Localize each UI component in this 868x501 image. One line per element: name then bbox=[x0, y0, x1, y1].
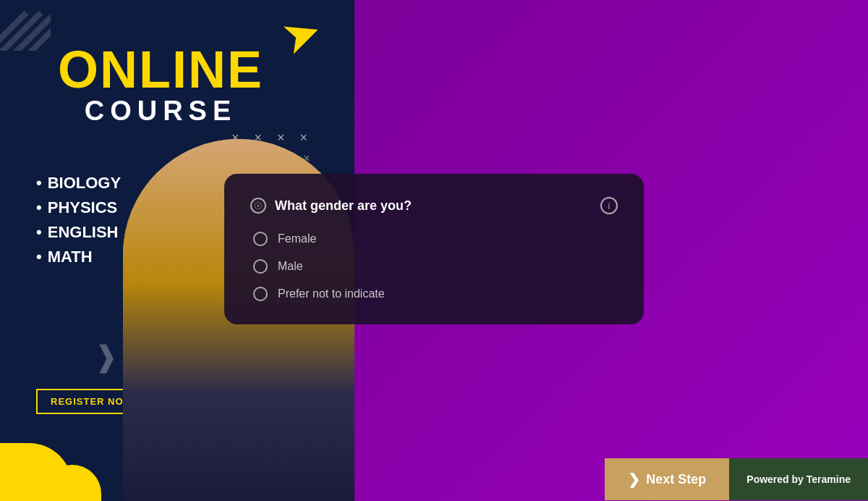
info-icon[interactable]: i bbox=[600, 197, 618, 214]
radio-female-circle bbox=[253, 232, 268, 246]
powered-by-prefix: Powered by bbox=[746, 473, 804, 485]
subject-math: MATH bbox=[36, 248, 121, 266]
question-radio-icon: ☉ bbox=[250, 198, 266, 214]
option-male[interactable]: Male bbox=[253, 259, 618, 274]
subject-english: ENGLISH bbox=[36, 223, 121, 242]
option-female[interactable]: Female bbox=[253, 232, 618, 246]
next-step-label: Next Step bbox=[646, 472, 706, 487]
yellow-arrow-decoration: ➤ bbox=[274, 2, 329, 66]
radio-prefer-circle bbox=[253, 287, 268, 301]
subject-biology: BIOLOGY bbox=[36, 174, 121, 193]
bottom-bar: ❯ Next Step Powered by Teramine bbox=[0, 458, 868, 501]
question-text: What gender are you? bbox=[275, 198, 412, 214]
online-label: ONLINE bbox=[58, 43, 263, 96]
course-title-block: ONLINE COURSE bbox=[58, 43, 263, 127]
next-step-button[interactable]: ❯ Next Step bbox=[605, 458, 729, 500]
powered-by-brand: Teramine bbox=[807, 473, 851, 485]
option-female-label: Female bbox=[278, 232, 316, 245]
option-male-label: Male bbox=[278, 260, 303, 273]
stripes-decoration bbox=[0, 0, 51, 51]
radio-male-circle bbox=[253, 259, 268, 274]
question-title-row: ☉ What gender are you? bbox=[250, 198, 412, 214]
question-header: ☉ What gender are you? i bbox=[250, 197, 618, 214]
option-prefer-label: Prefer not to indicate bbox=[278, 287, 385, 300]
next-step-arrow: ❯ bbox=[628, 471, 640, 488]
option-prefer-not[interactable]: Prefer not to indicate bbox=[253, 287, 618, 301]
subject-physics: PHYSICS bbox=[36, 198, 121, 217]
radio-options: Female Male Prefer not to indicate bbox=[250, 232, 618, 301]
subjects-list: BIOLOGY PHYSICS ENGLISH MATH bbox=[36, 174, 121, 272]
course-label: COURSE bbox=[58, 96, 263, 127]
powered-by: Powered by Teramine bbox=[729, 458, 868, 500]
question-card: ☉ What gender are you? i Female Male Pre… bbox=[224, 174, 644, 324]
